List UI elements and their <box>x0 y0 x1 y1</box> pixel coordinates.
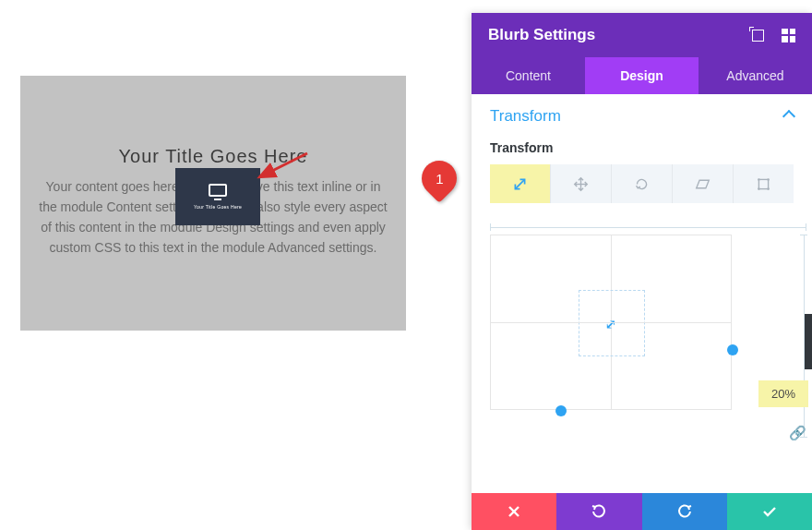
tab-content[interactable]: Content <box>472 57 585 94</box>
svg-point-8 <box>758 187 760 190</box>
svg-point-7 <box>767 178 770 181</box>
tab-design[interactable]: Design <box>585 57 699 94</box>
handle-x[interactable] <box>555 405 567 416</box>
svg-point-6 <box>758 178 760 181</box>
expand-icon[interactable] <box>751 29 765 42</box>
svg-line-1 <box>515 179 524 188</box>
panel-body: Transform Transform <box>472 94 812 530</box>
grid-icon[interactable] <box>782 29 795 42</box>
redo-button[interactable] <box>642 493 727 530</box>
transform-grid[interactable]: ⤢ 🔗 <box>490 235 794 428</box>
annotation-pin-1: 1 <box>414 153 464 203</box>
section-transform-toggle[interactable]: Transform <box>472 94 812 133</box>
transform-rotate-button[interactable] <box>611 164 672 203</box>
move-icon <box>573 176 589 192</box>
rotate-icon <box>634 176 650 192</box>
section-title: Transform <box>490 107 561 126</box>
undo-button[interactable] <box>556 493 641 530</box>
origin-icon <box>756 176 771 192</box>
edge-handle[interactable] <box>805 314 812 369</box>
module-drag-thumb[interactable]: Your Title Goes Here <box>175 168 260 225</box>
check-icon <box>761 503 778 520</box>
grid-box: ⤢ <box>490 235 732 410</box>
scale-icon <box>512 176 528 192</box>
transform-move-button[interactable] <box>550 164 611 203</box>
close-icon <box>507 504 521 519</box>
skew-icon <box>695 176 710 192</box>
transform-label: Transform <box>472 133 812 164</box>
value-y-input[interactable]: 20% <box>758 380 808 407</box>
transform-origin-button[interactable] <box>733 164 794 203</box>
monitor-icon <box>209 184 227 197</box>
svg-point-9 <box>767 187 770 190</box>
axis-horizontal <box>490 227 806 228</box>
panel-footer <box>472 493 812 530</box>
settings-panel: Blurb Settings Content Design Advanced T… <box>472 13 812 530</box>
tab-advanced[interactable]: Advanced <box>699 57 812 94</box>
transform-tool-row <box>490 164 794 203</box>
undo-icon <box>591 503 607 520</box>
redo-icon <box>676 503 693 520</box>
thumb-caption: Your Title Goes Here <box>194 204 242 210</box>
panel-title: Blurb Settings <box>488 26 595 44</box>
transform-scale-button[interactable] <box>490 164 550 203</box>
handle-y[interactable] <box>727 344 738 355</box>
monitor-stand <box>214 199 221 200</box>
transform-skew-button[interactable] <box>672 164 733 203</box>
expand-arrows-icon[interactable]: ⤢ <box>605 317 616 331</box>
svg-rect-5 <box>758 179 768 188</box>
save-button[interactable] <box>727 493 812 530</box>
tab-bar: Content Design Advanced <box>472 57 812 94</box>
panel-header: Blurb Settings <box>472 13 812 57</box>
svg-marker-4 <box>697 180 710 188</box>
blurb-title: Your Title Goes Here <box>39 146 388 167</box>
cancel-button[interactable] <box>472 493 556 530</box>
chevron-up-icon <box>782 110 795 123</box>
link-values-icon[interactable]: 🔗 <box>789 425 806 441</box>
